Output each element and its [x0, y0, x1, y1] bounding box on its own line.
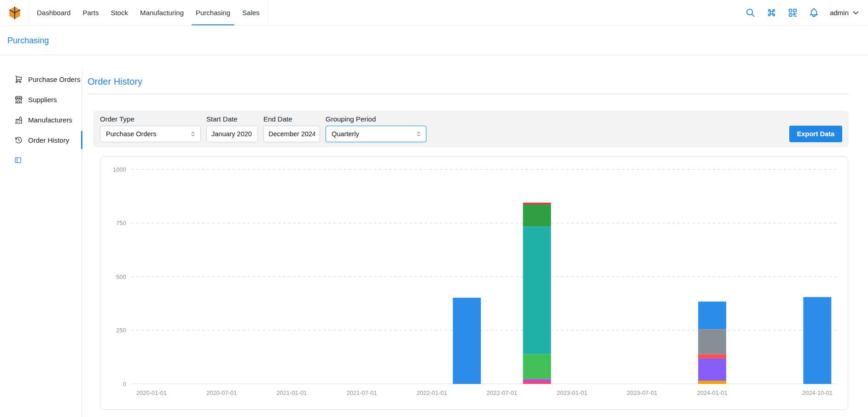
sidebar-item-label: Purchase Orders: [28, 75, 80, 83]
building-factory-icon: [14, 116, 23, 124]
sidebar-item-purchase-orders[interactable]: Purchase Orders: [0, 69, 82, 89]
app-logo-icon[interactable]: [7, 6, 22, 20]
tab-parts[interactable]: Parts: [76, 0, 105, 25]
selector-updown-icon: [189, 130, 197, 138]
bar-segment[interactable]: [698, 354, 726, 359]
y-tick-label: 1000: [113, 166, 126, 173]
y-tick-label: 500: [116, 273, 126, 280]
user-name: admin: [830, 9, 849, 17]
selector-updown-icon: [415, 130, 422, 138]
top-navbar: Dashboard Parts Stock Manufacturing Purc…: [0, 0, 868, 26]
x-tick-label: 2023-07-01: [627, 389, 657, 396]
x-tick-label: 2021-07-01: [346, 389, 377, 396]
y-tick-label: 0: [123, 381, 126, 388]
x-tick-label: 2022-01-01: [417, 389, 447, 396]
chart-panel: 025050075010002020-01-012020-07-012021-0…: [100, 156, 848, 410]
export-data-button[interactable]: Export Data: [789, 126, 842, 142]
order-type-select[interactable]: Purchase Orders: [100, 126, 201, 142]
x-tick-label: 2021-01-01: [276, 389, 307, 396]
main-nav-tabs: Dashboard Parts Stock Manufacturing Purc…: [29, 0, 268, 25]
x-tick-label: 2024-01-01: [697, 389, 727, 396]
start-date-input[interactable]: [206, 126, 258, 142]
breadcrumb-purchasing[interactable]: Purchasing: [7, 36, 49, 46]
breadcrumb: Purchasing: [0, 26, 868, 55]
tab-stock[interactable]: Stock: [105, 0, 134, 25]
command-palette-icon[interactable]: [766, 7, 777, 18]
sidebar-item-label: Order History: [28, 136, 69, 144]
bar-segment[interactable]: [523, 381, 551, 384]
bar-segment[interactable]: [698, 381, 726, 384]
bar-segment[interactable]: [523, 204, 551, 226]
navbar-actions: admin: [745, 7, 868, 18]
bar-segment[interactable]: [698, 301, 726, 329]
y-tick-label: 750: [116, 220, 126, 226]
order-history-chart[interactable]: 025050075010002020-01-012020-07-012021-0…: [100, 157, 848, 409]
title-divider: [87, 94, 849, 94]
sidebar-item-label: Suppliers: [28, 96, 57, 104]
tab-dashboard[interactable]: Dashboard: [31, 0, 76, 25]
page-title: Order History: [87, 76, 142, 87]
main-content: Order History Order Type Purchase Orders…: [82, 69, 868, 417]
grouping-period-value: Quarterly: [332, 130, 359, 138]
x-tick-label: 2020-07-01: [206, 389, 237, 396]
end-date-field: End Date: [263, 115, 320, 142]
sidebar-collapse-icon[interactable]: [14, 156, 22, 164]
sidebar-item-suppliers[interactable]: Suppliers: [0, 89, 82, 110]
x-tick-label: 2022-07-01: [487, 389, 517, 396]
bar-segment[interactable]: [698, 329, 726, 354]
bar-segment[interactable]: [803, 297, 831, 384]
tab-purchasing[interactable]: Purchasing: [190, 0, 236, 25]
sidebar-item-order-history[interactable]: Order History: [0, 130, 82, 150]
notifications-bell-icon[interactable]: [809, 7, 819, 18]
tab-sales[interactable]: Sales: [236, 0, 266, 25]
building-store-icon: [14, 95, 23, 104]
bar-segment[interactable]: [523, 226, 551, 354]
sidebar-item-label: Manufacturers: [28, 116, 72, 124]
tab-manufacturing[interactable]: Manufacturing: [134, 0, 190, 25]
shopping-cart-icon: [14, 75, 23, 84]
purchasing-sidebar: Purchase Orders Suppliers Manufacturers …: [0, 69, 82, 417]
user-menu[interactable]: admin: [830, 9, 860, 17]
x-tick-label: 2023-01-01: [557, 389, 587, 396]
filter-panel: Order Type Purchase Orders Start Date En…: [93, 110, 849, 147]
barcode-scan-icon[interactable]: [787, 7, 798, 18]
chevron-down-icon: [852, 9, 860, 17]
sidebar-item-manufacturers[interactable]: Manufacturers: [0, 110, 82, 130]
order-type-label: Order Type: [100, 115, 201, 123]
end-date-input[interactable]: [263, 126, 320, 142]
x-tick-label: 2024-10-01: [802, 389, 833, 396]
bar-segment[interactable]: [523, 203, 551, 204]
y-tick-label: 250: [116, 327, 126, 334]
grouping-period-select[interactable]: Quarterly: [326, 126, 426, 142]
x-tick-label: 2020-01-01: [136, 389, 167, 396]
order-type-value: Purchase Orders: [106, 130, 157, 138]
bar-segment[interactable]: [698, 359, 726, 381]
grouping-period-label: Grouping Period: [326, 115, 426, 123]
grouping-period-field: Grouping Period Quarterly: [326, 115, 426, 142]
bar-segment[interactable]: [523, 354, 551, 379]
search-icon[interactable]: [745, 7, 756, 18]
start-date-label: Start Date: [206, 115, 258, 123]
history-clock-icon: [14, 136, 23, 145]
bar-segment[interactable]: [453, 298, 481, 384]
order-type-field: Order Type Purchase Orders: [100, 115, 201, 142]
end-date-label: End Date: [263, 115, 320, 123]
start-date-field: Start Date: [206, 115, 258, 142]
bar-segment[interactable]: [523, 379, 551, 381]
